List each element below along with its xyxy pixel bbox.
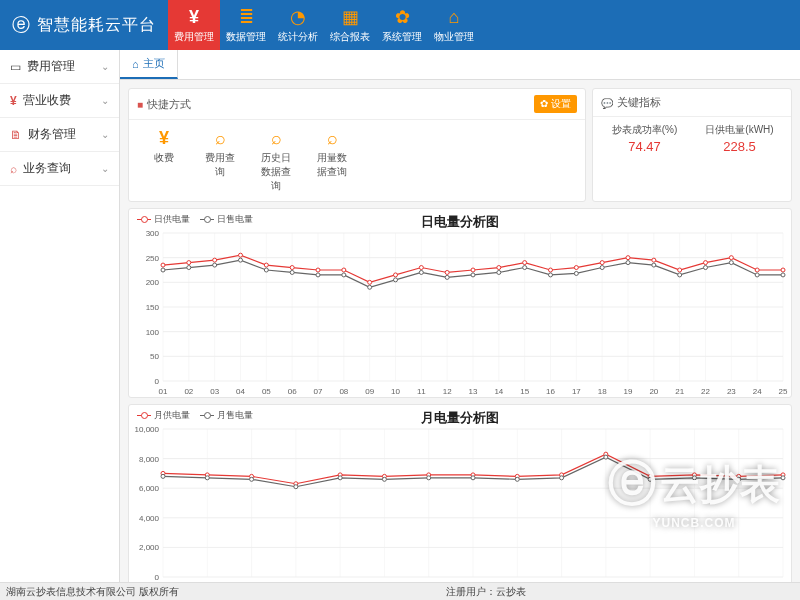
quick-fee-query[interactable]: 费用查询 [201,128,239,193]
top-header: ⓔ 智慧能耗云平台 费用管理 数据管理 统计分析 综合报表 系统管理 物业管理 [0,0,800,50]
yen-icon [159,128,169,149]
svg-point-110 [704,266,708,270]
svg-point-90 [187,266,191,270]
quick-usage-query[interactable]: 用量数据查询 [313,128,351,193]
svg-text:04: 04 [236,387,245,396]
top-nav: 费用管理 数据管理 统计分析 综合报表 系统管理 物业管理 [168,0,480,50]
svg-point-68 [264,263,268,267]
svg-point-69 [290,266,294,270]
nav-system[interactable]: 系统管理 [376,0,428,50]
search-icon [10,162,17,176]
svg-text:17: 17 [572,387,581,396]
yen-icon [10,94,17,108]
svg-text:02: 02 [184,387,193,396]
nav-property[interactable]: 物业管理 [428,0,480,50]
nav-reports[interactable]: 综合报表 [324,0,376,50]
svg-point-65 [187,261,191,265]
svg-point-78 [523,261,527,265]
sidebar-item-finance[interactable]: 财务管理⌄ [0,118,119,152]
sidebar: 费用管理⌄ 营业收费⌄ 财务管理⌄ 业务查询⌄ [0,50,120,582]
home-icon [132,58,139,70]
sidebar-item-fee-mgmt[interactable]: 费用管理⌄ [0,50,119,84]
kpi-read-rate: 抄表成功率(%)74.47 [597,123,692,154]
svg-point-103 [523,266,527,270]
svg-point-100 [445,275,449,279]
svg-text:05: 05 [262,387,271,396]
svg-text:50: 50 [150,352,159,361]
svg-point-87 [755,268,759,272]
nav-stats[interactable]: 统计分析 [272,0,324,50]
svg-text:0: 0 [155,573,160,582]
svg-text:0: 0 [155,377,160,386]
monthly-chart-panel: 月供电量 月售电量 月电量分析图 02,0004,0006,0008,00010… [128,404,792,582]
svg-point-178 [471,476,475,480]
svg-point-85 [704,261,708,265]
svg-point-74 [419,266,423,270]
svg-point-182 [648,477,652,481]
svg-point-82 [626,256,630,260]
svg-text:03: 03 [210,387,219,396]
settings-button[interactable]: ✿ 设置 [534,95,577,113]
home-icon [449,7,460,28]
svg-point-92 [239,258,243,262]
svg-point-104 [549,273,553,277]
quick-history-query[interactable]: 历史日数据查询 [257,128,295,193]
nav-fee-mgmt[interactable]: 费用管理 [168,0,220,50]
svg-text:22: 22 [701,387,710,396]
tab-home[interactable]: 主页 [120,50,178,79]
svg-text:16: 16 [546,387,555,396]
svg-point-185 [781,476,785,480]
svg-text:13: 13 [469,387,478,396]
svg-text:07: 07 [314,387,323,396]
card-icon [10,60,21,74]
svg-text:100: 100 [146,328,160,337]
svg-text:11: 11 [417,387,426,396]
svg-text:2,000: 2,000 [139,543,160,552]
svg-point-89 [161,268,165,272]
footer-copyright: 湖南云抄表信息技术有限公司 版权所有 [6,585,179,599]
svg-text:15: 15 [520,387,529,396]
svg-point-88 [781,268,785,272]
svg-text:24: 24 [753,387,762,396]
footer: 湖南云抄表信息技术有限公司 版权所有 注册用户：云抄表 [0,582,800,600]
svg-point-99 [419,270,423,274]
monthly-chart: 02,0004,0006,0008,00010,0001201010203030… [129,423,789,582]
daily-chart: 0501001502002503000102030405060708091011… [129,227,789,397]
svg-point-71 [342,268,346,272]
svg-point-98 [394,278,398,282]
app-logo: ⓔ 智慧能耗云平台 [0,13,168,37]
quick-charge[interactable]: 收费 [145,128,183,193]
tab-bar: 主页 [120,50,800,80]
svg-text:25: 25 [779,387,788,396]
svg-point-173 [250,477,254,481]
svg-point-73 [394,273,398,277]
svg-point-84 [678,268,682,272]
daily-chart-title: 日电量分析图 [129,213,791,231]
monthly-chart-title: 月电量分析图 [129,409,791,427]
nav-data-mgmt[interactable]: 数据管理 [220,0,272,50]
svg-text:09: 09 [365,387,374,396]
svg-point-107 [626,261,630,265]
svg-point-79 [549,268,553,272]
svg-point-66 [213,258,217,262]
svg-point-172 [205,476,209,480]
svg-point-180 [560,476,564,480]
svg-text:200: 200 [146,278,160,287]
svg-point-95 [316,273,320,277]
svg-point-72 [368,280,372,284]
daily-chart-panel: 日供电量 日售电量 日电量分析图 05010015020025030001020… [128,208,792,398]
footer-user: 注册用户：云抄表 [446,585,526,599]
chevron-down-icon: ⌄ [101,163,109,174]
svg-point-101 [471,273,475,277]
sidebar-item-query[interactable]: 业务查询⌄ [0,152,119,186]
svg-point-77 [497,266,501,270]
pie-chart-icon [290,6,306,28]
sidebar-item-billing[interactable]: 营业收费⌄ [0,84,119,118]
gear-icon [395,6,410,28]
svg-point-64 [161,263,165,267]
svg-text:01: 01 [159,387,168,396]
svg-text:10: 10 [391,387,400,396]
svg-point-94 [290,270,294,274]
svg-point-67 [239,253,243,257]
svg-text:14: 14 [494,387,503,396]
